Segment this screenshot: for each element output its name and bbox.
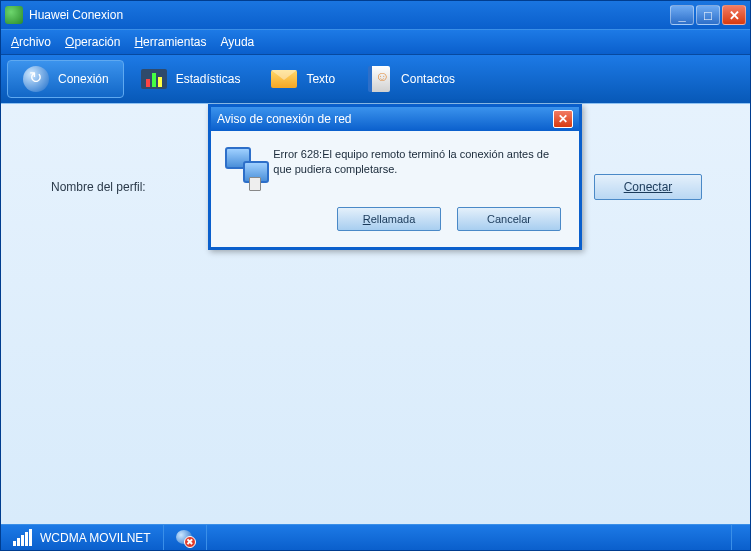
profile-row: Nombre del perfil: Aviso de conexión de … bbox=[51, 174, 750, 200]
tab-conexion[interactable]: Conexión bbox=[7, 60, 124, 98]
connection-error-icon: ✖ bbox=[176, 530, 194, 546]
globe-refresh-icon bbox=[22, 65, 50, 93]
tab-estadisticas[interactable]: Estadísticas bbox=[126, 60, 255, 98]
error-dialog: Aviso de conexión de red ✕ Error 628:El … bbox=[208, 104, 582, 250]
profile-label: Nombre del perfil: bbox=[51, 180, 146, 194]
signal-icon bbox=[13, 529, 32, 546]
menu-archivo[interactable]: Archivo bbox=[11, 35, 51, 49]
tab-label: Contactos bbox=[401, 72, 455, 86]
tab-label: Estadísticas bbox=[176, 72, 241, 86]
dialog-title-text: Aviso de conexión de red bbox=[217, 112, 553, 126]
status-network: WCDMA MOVILNET bbox=[1, 525, 164, 550]
tabbar: Conexión Estadísticas Texto Contactos bbox=[1, 55, 750, 103]
network-computers-icon bbox=[225, 147, 259, 189]
tab-label: Texto bbox=[306, 72, 335, 86]
content-area: Nombre del perfil: Aviso de conexión de … bbox=[1, 103, 750, 524]
close-button[interactable]: ✕ bbox=[722, 5, 746, 25]
mail-icon bbox=[270, 65, 298, 93]
retry-button[interactable]: Rellamada bbox=[337, 207, 441, 231]
contacts-icon bbox=[365, 65, 393, 93]
stats-icon bbox=[140, 65, 168, 93]
menu-ayuda[interactable]: Ayuda bbox=[220, 35, 254, 49]
tab-contactos[interactable]: Contactos bbox=[351, 60, 469, 98]
menubar: Archivo Operación Herramientas Ayuda bbox=[1, 29, 750, 55]
minimize-button[interactable]: _ bbox=[670, 5, 694, 25]
tab-label: Conexión bbox=[58, 72, 109, 86]
connect-button[interactable]: Conectar bbox=[594, 174, 702, 200]
window-title: Huawei Conexion bbox=[29, 8, 670, 22]
dialog-message: Error 628:El equipo remoto terminó la co… bbox=[273, 147, 561, 178]
tab-texto[interactable]: Texto bbox=[256, 60, 349, 98]
maximize-button[interactable]: □ bbox=[696, 5, 720, 25]
cancel-button[interactable]: Cancelar bbox=[457, 207, 561, 231]
dialog-titlebar: Aviso de conexión de red ✕ bbox=[211, 107, 579, 131]
status-network-text: WCDMA MOVILNET bbox=[40, 531, 151, 545]
menu-operacion[interactable]: Operación bbox=[65, 35, 120, 49]
statusbar: WCDMA MOVILNET ✖ bbox=[1, 524, 750, 550]
status-spacer bbox=[207, 525, 732, 550]
status-connection: ✖ bbox=[164, 525, 207, 550]
titlebar: Huawei Conexion _ □ ✕ bbox=[1, 1, 750, 29]
menu-herramientas[interactable]: Herramientas bbox=[134, 35, 206, 49]
main-window: Huawei Conexion _ □ ✕ Archivo Operación … bbox=[0, 0, 751, 551]
app-icon bbox=[5, 6, 23, 24]
dialog-close-button[interactable]: ✕ bbox=[553, 110, 573, 128]
